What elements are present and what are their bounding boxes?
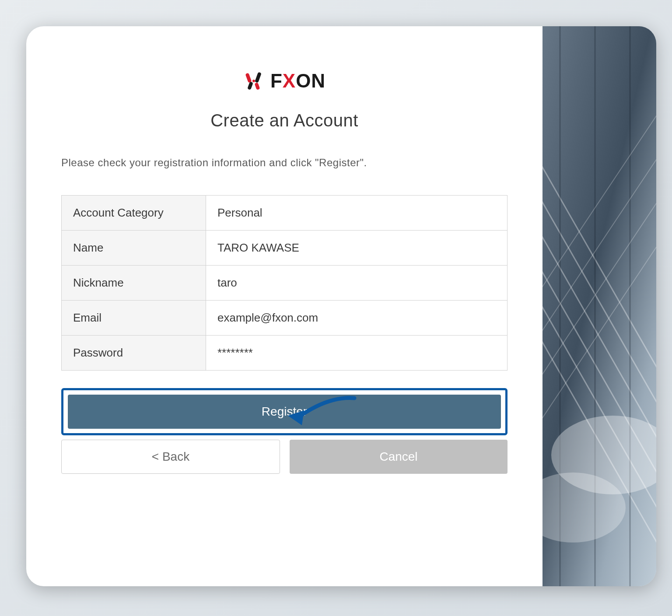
register-button[interactable]: Register	[68, 395, 501, 429]
secondary-buttons-row: < Back Cancel	[61, 440, 508, 474]
table-row: Nickname taro	[62, 266, 508, 301]
decorative-building-image	[542, 26, 656, 586]
account-category-value: Personal	[206, 196, 508, 231]
svg-rect-3	[254, 82, 260, 90]
registration-card: FXON Create an Account Please check your…	[26, 26, 656, 586]
back-button[interactable]: < Back	[61, 440, 280, 474]
form-panel: FXON Create an Account Please check your…	[26, 26, 542, 586]
table-row: Name TARO KAWASE	[62, 231, 508, 266]
account-category-label: Account Category	[62, 196, 206, 231]
brand-logo: FXON	[243, 70, 326, 92]
logo-container: FXON	[61, 70, 508, 93]
table-row: Account Category Personal	[62, 196, 508, 231]
name-value: TARO KAWASE	[206, 231, 508, 266]
nickname-label: Nickname	[62, 266, 206, 301]
page-title: Create an Account	[61, 111, 508, 130]
nickname-value: taro	[206, 266, 508, 301]
name-label: Name	[62, 231, 206, 266]
svg-rect-0	[245, 73, 252, 83]
cancel-button[interactable]: Cancel	[290, 440, 508, 474]
email-value: example@fxon.com	[206, 301, 508, 336]
svg-point-4	[252, 80, 255, 82]
table-row: Password ********	[62, 336, 508, 371]
instruction-text: Please check your registration informati…	[61, 157, 508, 169]
svg-rect-1	[255, 72, 262, 83]
brand-name: FXON	[270, 70, 326, 92]
svg-rect-2	[247, 81, 253, 90]
password-value: ********	[206, 336, 508, 371]
logo-mark-icon	[243, 70, 264, 91]
registration-info-table: Account Category Personal Name TARO KAWA…	[61, 195, 508, 371]
register-highlight-frame: Register	[61, 388, 508, 435]
password-label: Password	[62, 336, 206, 371]
email-label: Email	[62, 301, 206, 336]
table-row: Email example@fxon.com	[62, 301, 508, 336]
